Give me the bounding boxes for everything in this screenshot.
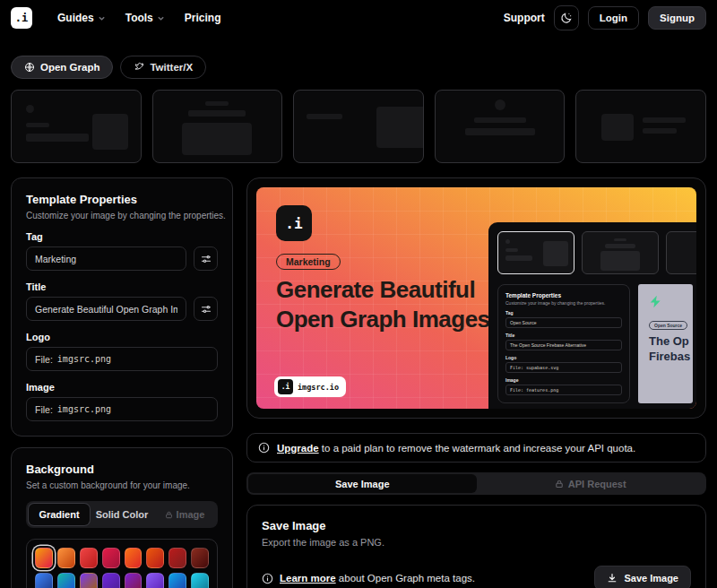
watermark-logo: .i xyxy=(278,379,293,394)
gradient-swatch[interactable] xyxy=(102,548,120,568)
supabase-bolt-icon xyxy=(649,295,662,308)
theme-toggle-button[interactable] xyxy=(554,5,579,30)
gradient-swatch[interactable] xyxy=(146,573,164,588)
sliders-icon xyxy=(201,304,212,315)
upgrade-banner: Upgrade to a paid plan to remove the wat… xyxy=(246,433,706,463)
header: .i Guides Tools Pricing Support Login Si… xyxy=(0,0,717,36)
template-thumbnail-2[interactable] xyxy=(152,90,283,163)
embed-thumbnail xyxy=(666,231,696,274)
gradient-swatch[interactable] xyxy=(80,548,98,568)
watermark-site: imgsrc.io xyxy=(298,383,339,392)
save-image-button[interactable]: Save Image xyxy=(594,566,691,588)
panel-subtitle: Export the image as a PNG. xyxy=(262,537,691,548)
template-thumbnail-4[interactable] xyxy=(435,90,566,163)
gradient-swatch-panel xyxy=(26,539,218,588)
preview-logo: .i xyxy=(276,205,312,241)
background-mode-tabs: Gradient Solid Color Image xyxy=(26,501,218,528)
signup-button[interactable]: Signup xyxy=(648,6,706,30)
lock-icon xyxy=(555,480,564,489)
gradient-swatch-grid xyxy=(35,548,209,588)
gradient-swatch[interactable] xyxy=(191,548,209,568)
template-properties-panel: Template Properties Customize your image… xyxy=(11,177,233,437)
nav-support[interactable]: Support xyxy=(504,12,545,24)
image-file-input[interactable]: File: imgsrc.png xyxy=(26,397,218,421)
gradient-swatch[interactable] xyxy=(80,573,98,588)
embed-thumbnail-selected xyxy=(497,231,574,274)
image-type-tabs: Open Graph Twitter/X xyxy=(0,36,717,90)
embed-mini-preview: Open Source The Op Firebas xyxy=(638,284,693,403)
tab-api-request[interactable]: API Request xyxy=(477,474,705,493)
template-thumbnail-row xyxy=(0,90,717,163)
panel-title: Background xyxy=(26,463,218,476)
logo-file-input[interactable]: File: imgsrc.png xyxy=(26,347,218,371)
panel-subtitle: Customize your image by changing the pro… xyxy=(26,211,218,220)
title-randomize-button[interactable] xyxy=(194,297,218,321)
sliders-icon xyxy=(201,254,212,264)
panel-title: Template Properties xyxy=(26,193,218,206)
main-nav: Guides Tools Pricing xyxy=(57,12,220,24)
twitter-bird-icon xyxy=(134,62,144,73)
tab-save-image[interactable]: Save Image xyxy=(248,474,477,493)
learn-more-link[interactable]: Learn more xyxy=(280,573,336,584)
upgrade-link[interactable]: Upgrade xyxy=(277,443,319,454)
lock-icon xyxy=(165,511,173,519)
gradient-swatch[interactable] xyxy=(102,573,120,588)
og-image-preview: .i Marketing Generate Beautiful Open Gra… xyxy=(256,187,696,409)
info-icon xyxy=(262,573,273,584)
gradient-swatch[interactable] xyxy=(168,548,186,568)
embed-thumbnail xyxy=(582,231,659,274)
gradient-swatch[interactable] xyxy=(168,573,186,588)
tab-twitter-x[interactable]: Twitter/X xyxy=(120,56,206,79)
background-panel: Background Set a custom background for y… xyxy=(11,447,233,588)
chevron-down-icon xyxy=(157,14,165,22)
moon-icon xyxy=(560,12,573,24)
panel-subtitle: Set a custom background for your image. xyxy=(26,480,218,490)
gradient-swatch[interactable] xyxy=(191,573,209,588)
tab-gradient[interactable]: Gradient xyxy=(29,504,90,525)
gradient-swatch[interactable] xyxy=(57,573,75,588)
nav-guides[interactable]: Guides xyxy=(57,12,106,24)
tab-image[interactable]: Image xyxy=(154,504,215,525)
gradient-swatch[interactable] xyxy=(35,573,53,588)
site-logo[interactable]: .i xyxy=(11,7,32,29)
og-preview-card: .i Marketing Generate Beautiful Open Gra… xyxy=(246,177,706,419)
download-icon xyxy=(607,573,618,584)
chevron-down-icon xyxy=(98,14,106,22)
template-thumbnail-1[interactable] xyxy=(11,90,142,163)
preview-title: Generate Beautiful Open Graph Images xyxy=(276,275,490,333)
preview-embedded-screenshot: Template Properties Customize your image… xyxy=(488,222,696,409)
tab-open-graph[interactable]: Open Graph xyxy=(11,56,113,79)
globe-icon xyxy=(24,62,35,73)
gradient-swatch[interactable] xyxy=(35,548,53,568)
nav-tools[interactable]: Tools xyxy=(125,12,165,24)
info-icon xyxy=(258,442,270,454)
panel-title: Save Image xyxy=(262,519,691,532)
tab-solid-color[interactable]: Solid Color xyxy=(91,504,152,525)
gradient-swatch[interactable] xyxy=(146,548,164,568)
tag-label: Tag xyxy=(26,231,218,242)
save-image-panel: Save Image Export the image as a PNG. Le… xyxy=(246,505,706,588)
title-input[interactable] xyxy=(26,297,186,321)
title-label: Title xyxy=(26,281,218,292)
template-thumbnail-5[interactable] xyxy=(575,90,706,163)
gradient-swatch[interactable] xyxy=(125,548,143,568)
logo-label: Logo xyxy=(26,332,218,342)
embed-template-properties: Template Properties Customize your image… xyxy=(497,284,630,403)
tag-input[interactable] xyxy=(26,246,186,271)
gradient-swatch[interactable] xyxy=(57,548,75,568)
preview-tag-badge: Marketing xyxy=(276,254,341,270)
gradient-swatch[interactable] xyxy=(125,573,143,588)
watermark-badge: .i imgsrc.io xyxy=(274,376,346,397)
template-thumbnail-3[interactable] xyxy=(293,90,424,163)
nav-pricing[interactable]: Pricing xyxy=(185,12,221,24)
tag-randomize-button[interactable] xyxy=(194,246,218,271)
output-tabs: Save Image API Request xyxy=(246,472,706,495)
login-button[interactable]: Login xyxy=(588,6,639,30)
image-label: Image xyxy=(26,382,218,393)
